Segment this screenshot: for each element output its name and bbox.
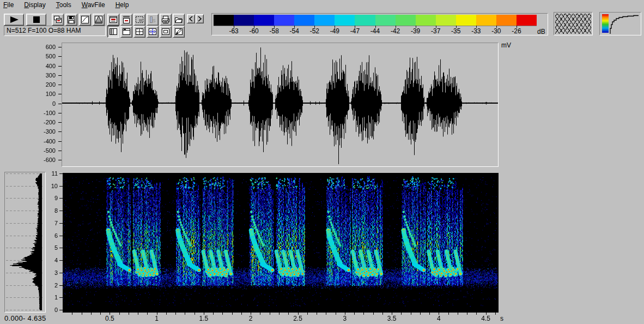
legend-color-segment	[214, 15, 234, 26]
spectrogram-y-tick	[59, 186, 63, 187]
legend-color-segment	[254, 15, 274, 26]
legend-color-segment	[436, 15, 456, 26]
svg-text:s: s	[153, 17, 156, 23]
display-window-button[interactable]	[107, 14, 119, 26]
spectrogram-y-label: 2	[42, 282, 58, 289]
waveform-y-tick	[58, 75, 62, 76]
spectrogram-y-tick	[59, 273, 63, 273]
waveform-y-label: 200	[32, 81, 56, 88]
menu-tools[interactable]: Tools	[53, 0, 75, 10]
app-window: FileDisplayToolsWavFileHelp	[0, 0, 644, 324]
time-axis-tick	[100, 313, 101, 315]
layout-vertical-split-button[interactable]	[107, 26, 119, 38]
annotate-button[interactable]	[173, 26, 185, 38]
spectrogram-y-label: 10	[42, 183, 58, 189]
waveform-y-label: -500	[32, 147, 56, 154]
scroll-left-button[interactable]	[187, 14, 195, 23]
time-ruler-button[interactable]	[120, 14, 132, 26]
time-axis-tick	[448, 313, 449, 315]
time-axis-tick	[185, 313, 185, 315]
print-icon	[161, 15, 170, 24]
legend-label: -42	[386, 27, 405, 35]
spectrogram-y-tick	[59, 198, 63, 199]
waveform-y-tick	[58, 160, 62, 160]
legend-unit-label: dB	[537, 28, 545, 35]
time-axis-tick	[119, 313, 120, 315]
time-unit-label: s	[500, 315, 503, 322]
play-button[interactable]	[4, 14, 24, 26]
time-axis-tick	[279, 313, 280, 315]
layout-vertical-split-icon	[109, 27, 118, 36]
waveform-plot[interactable]	[62, 43, 498, 166]
file-spectrum-button[interactable]: s	[147, 14, 159, 26]
print-button[interactable]	[160, 14, 172, 26]
waveform-y-label: -300	[32, 128, 56, 135]
selection-button[interactable]	[133, 14, 145, 26]
layout-single-button[interactable]	[160, 26, 172, 38]
spectrogram-y-label: 11	[42, 170, 58, 177]
menu-file[interactable]: File	[0, 0, 17, 10]
spectrum-shape-button[interactable]	[93, 14, 105, 26]
time-axis-tick	[458, 313, 458, 315]
time-axis-tick	[373, 313, 374, 315]
crosshatch-pattern	[555, 14, 591, 34]
save-button[interactable]	[65, 14, 77, 26]
layout-horizontal-split-button[interactable]	[120, 26, 132, 38]
stop-icon	[33, 16, 40, 23]
color-scale-legend: dB -63-60-58-54-52-49-47-44-42-39-37-35-…	[211, 13, 548, 35]
time-axis-label: 2.5	[290, 315, 306, 322]
time-axis-tick	[138, 313, 138, 315]
time-axis-tick	[326, 313, 326, 315]
menu-help[interactable]: Help	[112, 0, 132, 10]
time-axis-tick	[129, 313, 129, 315]
legend-label: -54	[285, 27, 303, 35]
time-axis-tick	[241, 313, 242, 315]
legend-color-segment	[234, 15, 254, 26]
spectrogram-y-tick	[59, 310, 63, 310]
save-icon	[67, 15, 76, 24]
stop-button[interactable]	[26, 14, 46, 26]
file-spectrum-icon: s	[148, 15, 157, 24]
spectrogram-y-tick	[59, 248, 63, 248]
legend-label: -26	[507, 27, 526, 35]
scroll-left-icon	[189, 16, 193, 22]
legend-label: -30	[487, 27, 506, 35]
menu-wavfile[interactable]: WavFile	[78, 0, 108, 10]
spectrogram-y-label: 9	[42, 195, 58, 201]
spectrogram-image[interactable]	[63, 173, 499, 313]
legend-color-segment	[294, 15, 314, 26]
legend-color-segment	[396, 15, 416, 26]
layout-quad-crosshair-button[interactable]	[147, 26, 159, 38]
gain-curve-icon	[81, 15, 89, 24]
waveform-y-label: 400	[32, 63, 56, 69]
time-axis-tick	[420, 313, 421, 315]
spectrogram-y-label: 7	[42, 220, 58, 226]
time-axis-tick	[354, 313, 355, 315]
cascade-windows-button[interactable]	[52, 14, 64, 26]
waveform-y-label: 600	[32, 44, 56, 50]
annotate-pencil-icon	[174, 27, 183, 36]
legend-label: -58	[265, 27, 283, 35]
spectrogram-y-label: 6	[42, 232, 58, 239]
gain-curve-button[interactable]	[79, 14, 91, 26]
layout-quad-button[interactable]	[133, 26, 145, 38]
time-axis-label: 4	[430, 315, 447, 322]
spectrogram-y-tick	[59, 211, 63, 211]
menu-display[interactable]: Display	[21, 0, 48, 10]
time-axis-tick	[363, 313, 364, 315]
transfer-curve	[610, 14, 640, 34]
waveform-y-tick	[58, 104, 62, 104]
pattern-panel[interactable]	[554, 12, 593, 35]
time-axis-tick	[195, 313, 195, 315]
spectrum-shape-icon	[94, 15, 103, 24]
transfer-curve-panel[interactable]	[599, 12, 641, 35]
scroll-right-button[interactable]	[196, 14, 204, 23]
spectrogram-y-label: 1	[42, 294, 58, 301]
spectrogram-y-tick	[59, 260, 63, 261]
time-axis-tick	[336, 313, 336, 315]
time-axis-tick	[175, 313, 176, 315]
legend-color-segment	[456, 15, 476, 26]
open-file-button[interactable]	[173, 14, 185, 26]
time-axis-tick	[317, 313, 317, 315]
time-axis-tick	[429, 313, 430, 315]
